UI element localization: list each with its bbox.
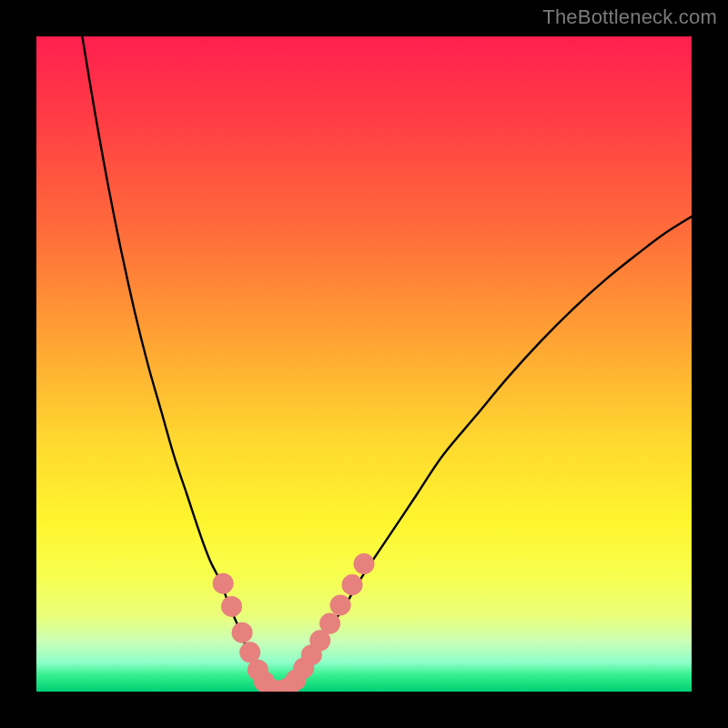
curve-dot: [213, 573, 234, 594]
curve-dot: [319, 613, 340, 634]
curve-dot: [353, 553, 374, 574]
plot-area: [36, 36, 692, 692]
curve-dot: [232, 622, 253, 643]
highlight-dots: [36, 36, 692, 692]
curve-dot: [330, 594, 351, 615]
watermark-text: TheBottleneck.com: [542, 5, 717, 29]
curve-dot: [342, 574, 363, 595]
curve-dot: [221, 596, 242, 617]
chart-stage: TheBottleneck.com: [0, 0, 728, 728]
